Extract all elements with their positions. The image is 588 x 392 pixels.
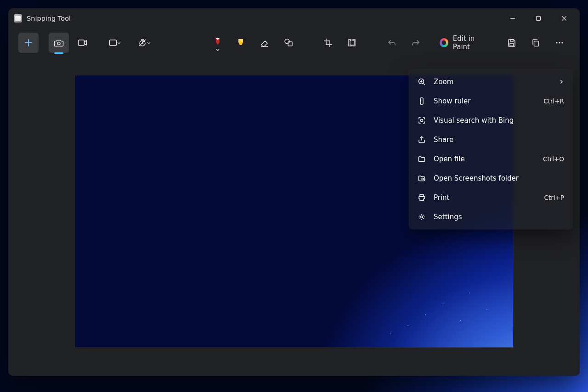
more-menu: ZoomShow rulerCtrl+RVisual search with B… xyxy=(409,69,572,229)
settings-icon xyxy=(417,212,426,222)
delay-button[interactable] xyxy=(132,33,158,53)
crop-tool-button[interactable] xyxy=(318,33,338,53)
text-extract-icon xyxy=(347,38,356,47)
menu-item-label: Show ruler xyxy=(434,97,536,105)
paint-icon xyxy=(440,38,448,47)
chevron-down-icon xyxy=(116,40,122,45)
more-menu-button[interactable] xyxy=(549,33,570,53)
svg-point-22 xyxy=(421,216,423,218)
undo-button[interactable] xyxy=(382,33,402,53)
svg-rect-3 xyxy=(78,40,84,45)
menu-item-open-file[interactable]: Open fileCtrl+O xyxy=(412,149,570,169)
share-icon xyxy=(417,135,426,144)
shapes-tool-button[interactable] xyxy=(278,33,299,53)
minimize-icon xyxy=(510,16,515,21)
highlighter-tool-button[interactable] xyxy=(231,33,251,53)
ruler-icon xyxy=(417,97,426,106)
highlighter-icon xyxy=(236,38,245,48)
svg-point-20 xyxy=(422,178,424,180)
app-title: Snipping Tool xyxy=(27,15,71,22)
chevron-down-icon xyxy=(146,40,152,45)
mode-screenshot-button[interactable] xyxy=(49,33,69,53)
menu-item-label: Visual search with Bing xyxy=(434,116,564,125)
chevron-right-icon xyxy=(559,79,564,85)
eraser-tool-button[interactable] xyxy=(254,33,275,53)
menu-item-share[interactable]: Share xyxy=(412,130,570,149)
menu-item-visual-search[interactable]: Visual search with Bing xyxy=(412,111,570,130)
snip-shape-button[interactable] xyxy=(102,33,128,53)
svg-point-13 xyxy=(556,42,557,43)
text-actions-button[interactable] xyxy=(342,33,362,53)
menu-item-shortcut: Ctrl+P xyxy=(544,194,564,201)
svg-point-2 xyxy=(57,42,60,45)
open-file-icon xyxy=(417,154,426,164)
crop-icon xyxy=(323,38,333,47)
menu-item-label: Open file xyxy=(434,155,536,163)
svg-line-17 xyxy=(423,83,425,85)
title-left: Snipping Tool xyxy=(14,14,71,23)
svg-point-14 xyxy=(559,42,560,43)
edit-in-paint-button[interactable]: Edit in Paint xyxy=(433,33,498,53)
undo-icon xyxy=(387,39,396,47)
eraser-icon xyxy=(260,38,270,47)
titlebar: Snipping Tool xyxy=(8,8,580,28)
menu-item-label: Open Screenshots folder xyxy=(434,174,564,182)
camera-icon xyxy=(54,38,64,47)
copy-button[interactable] xyxy=(526,33,546,53)
app-icon xyxy=(14,14,22,23)
menu-item-label: Print xyxy=(434,193,537,202)
visual-search-icon xyxy=(417,116,426,125)
no-delay-icon xyxy=(138,38,147,47)
folder-icon xyxy=(417,174,426,183)
edit-in-paint-label: Edit in Paint xyxy=(453,34,492,51)
minimize-button[interactable] xyxy=(500,9,526,28)
maximize-icon xyxy=(536,16,541,21)
more-icon xyxy=(555,41,564,44)
maximize-button[interactable] xyxy=(526,9,551,28)
chevron-down-icon xyxy=(215,48,220,52)
shapes-icon xyxy=(283,38,294,47)
mode-video-button[interactable] xyxy=(73,33,93,53)
print-icon xyxy=(417,193,426,202)
menu-item-ruler[interactable]: Show rulerCtrl+R xyxy=(412,91,570,111)
svg-rect-8 xyxy=(288,42,292,46)
copy-icon xyxy=(531,38,540,47)
new-snip-button[interactable] xyxy=(18,33,39,53)
redo-button[interactable] xyxy=(406,33,426,53)
video-icon xyxy=(78,39,88,47)
svg-point-9 xyxy=(285,39,289,44)
pen-icon xyxy=(213,37,222,49)
window-controls xyxy=(500,9,577,28)
menu-item-label: Zoom xyxy=(434,78,551,86)
menu-item-settings[interactable]: Settings xyxy=(412,207,570,227)
menu-item-zoom[interactable]: Zoom xyxy=(412,72,570,91)
redo-icon xyxy=(411,39,420,47)
pen-tool-button[interactable] xyxy=(209,33,227,53)
svg-rect-11 xyxy=(510,40,513,41)
save-icon xyxy=(507,38,516,47)
svg-rect-10 xyxy=(510,44,514,46)
menu-item-shortcut: Ctrl+O xyxy=(543,155,564,163)
app-window: Snipping Tool xyxy=(8,8,580,376)
menu-item-label: Settings xyxy=(434,213,564,221)
close-button[interactable] xyxy=(551,9,577,28)
save-button[interactable] xyxy=(502,33,522,53)
plus-icon xyxy=(24,39,33,47)
toolbar: Edit in Paint xyxy=(8,28,580,57)
zoom-icon xyxy=(417,77,426,86)
svg-rect-4 xyxy=(110,40,117,45)
svg-point-15 xyxy=(561,42,563,43)
menu-item-folder[interactable]: Open Screenshots folder xyxy=(412,169,570,188)
menu-item-label: Share xyxy=(434,136,564,144)
menu-item-shortcut: Ctrl+R xyxy=(543,97,564,105)
svg-point-19 xyxy=(421,119,423,122)
svg-rect-12 xyxy=(534,41,538,46)
svg-rect-1 xyxy=(537,17,541,21)
menu-item-print[interactable]: PrintCtrl+P xyxy=(412,188,570,207)
close-icon xyxy=(561,16,567,21)
